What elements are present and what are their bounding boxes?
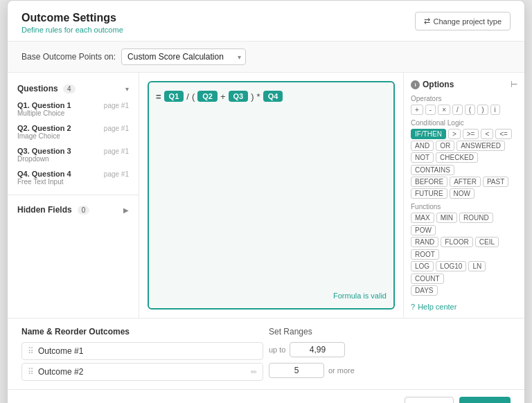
question-page: page #1 bbox=[104, 170, 129, 178]
fn-min[interactable]: MIN bbox=[436, 213, 457, 223]
help-text: Help center bbox=[418, 303, 456, 311]
tag-checked[interactable]: CHECKED bbox=[436, 152, 478, 163]
outcomes-header: Name & Reorder Outcomes bbox=[21, 327, 263, 337]
change-type-icon: ⇄ bbox=[424, 17, 430, 26]
modal-subtitle[interactable]: Define rules for each outcome bbox=[21, 26, 123, 34]
outcomes-grid: Name & Reorder Outcomes ⠿ Outcome #1 ⠿ O… bbox=[21, 327, 511, 384]
cancel-button[interactable]: Cancel bbox=[405, 397, 454, 403]
conditional-logic-label: Conditional Logic bbox=[411, 119, 517, 127]
formula-tag-q4[interactable]: Q4 bbox=[263, 91, 283, 102]
chevron-down-icon: ▾ bbox=[125, 85, 129, 93]
formula-op-div: / bbox=[186, 91, 189, 102]
tag-ifthen[interactable]: IF/THEN bbox=[411, 129, 446, 139]
change-type-label: Change project type bbox=[434, 17, 502, 26]
fn-root[interactable]: ROOT bbox=[411, 249, 439, 260]
hidden-fields-title: Hidden Fields bbox=[17, 205, 72, 215]
fn-max[interactable]: MAX bbox=[411, 213, 434, 223]
formula-box[interactable]: = Q1 / ( Q2 + Q3 ) * Q4 Formula is valid bbox=[148, 81, 395, 310]
help-icon: ? bbox=[411, 303, 415, 311]
outcomes-right: Set Ranges up to or more bbox=[269, 327, 511, 384]
outcome-name-2: Outcome #2 bbox=[38, 367, 247, 377]
hidden-fields-section[interactable]: Hidden Fields 0 ▶ bbox=[8, 201, 139, 219]
tag-lte[interactable]: <= bbox=[495, 129, 512, 139]
save-button[interactable]: SAVE bbox=[459, 397, 511, 403]
tag-answered[interactable]: ANSWERED bbox=[456, 141, 505, 151]
tag-gte[interactable]: >= bbox=[463, 129, 479, 139]
formula-tag-q1[interactable]: Q1 bbox=[164, 91, 184, 102]
op-plus[interactable]: + bbox=[411, 105, 423, 115]
fn-pow[interactable]: POW bbox=[411, 225, 436, 235]
list-item[interactable]: Q2. Question 2 page #1 Image Choice bbox=[8, 120, 139, 143]
tag-not[interactable]: NOT bbox=[411, 152, 434, 163]
op-open-paren[interactable]: ( bbox=[465, 105, 475, 115]
chevron-right-icon: ▶ bbox=[123, 206, 129, 214]
fn-round[interactable]: ROUND bbox=[459, 213, 493, 223]
op-minus[interactable]: - bbox=[425, 105, 436, 115]
formula-op-mul: * bbox=[257, 91, 260, 102]
question-id: Q3. Question 3 bbox=[17, 147, 71, 155]
questions-title-wrapper: Questions 4 bbox=[17, 84, 76, 93]
fn-count[interactable]: COUNT bbox=[411, 274, 444, 284]
question-id: Q4. Question 4 bbox=[17, 170, 71, 178]
formula-valid-text: Formula is valid bbox=[156, 286, 387, 300]
question-id: Q1. Question 1 bbox=[17, 101, 71, 109]
options-title-text: Options bbox=[423, 80, 454, 89]
drag-handle-icon[interactable]: ⠿ bbox=[28, 346, 34, 356]
modal-header: Outcome Settings Define rules for each o… bbox=[8, 1, 524, 42]
question-id: Q2. Question 2 bbox=[17, 124, 71, 132]
formula-op-close: ) bbox=[251, 91, 254, 102]
tag-future[interactable]: FUTURE bbox=[411, 188, 447, 199]
questions-count-badge: 4 bbox=[63, 84, 76, 93]
fn-rand[interactable]: RAND bbox=[411, 237, 438, 247]
op-divide[interactable]: / bbox=[452, 105, 463, 115]
range-input-1[interactable] bbox=[290, 342, 345, 357]
question-type: Free Text Input bbox=[17, 178, 129, 186]
help-center-link[interactable]: ? Help center bbox=[411, 303, 517, 311]
range-input-2[interactable] bbox=[269, 363, 324, 378]
formula-tag-q2[interactable]: Q2 bbox=[197, 91, 218, 102]
tag-and[interactable]: AND bbox=[411, 141, 434, 151]
list-item[interactable]: Q4. Question 4 page #1 Free Text Input bbox=[8, 166, 139, 189]
formula-line: = Q1 / ( Q2 + Q3 ) * Q4 bbox=[156, 91, 387, 102]
fn-days[interactable]: DAYS bbox=[411, 285, 438, 296]
list-item[interactable]: Q3. Question 3 page #1 Dropdown bbox=[8, 143, 139, 166]
range-upto-label: up to bbox=[269, 346, 285, 354]
fn-ln[interactable]: LN bbox=[468, 261, 486, 271]
tag-or[interactable]: OR bbox=[436, 141, 454, 151]
tag-now[interactable]: NOW bbox=[450, 188, 475, 199]
modal-title: Outcome Settings bbox=[21, 12, 123, 24]
export-icon[interactable]: ⊢ bbox=[511, 80, 517, 89]
range-row-1: up to bbox=[269, 342, 511, 357]
fn-log[interactable]: LOG bbox=[411, 261, 434, 271]
tag-lt[interactable]: < bbox=[481, 129, 493, 139]
op-close-paren[interactable]: ) bbox=[477, 105, 488, 115]
conditional-tags-row3: NOT CHECKED CONTAINS bbox=[411, 152, 517, 175]
op-info[interactable]: i bbox=[490, 105, 500, 115]
question-type: Multiple Choice bbox=[17, 109, 129, 117]
base-outcome-select[interactable]: Custom Score Calculation Point-based Per… bbox=[121, 48, 246, 65]
list-item[interactable]: Q1. Question 1 page #1 Multiple Choice bbox=[8, 98, 139, 120]
tag-after[interactable]: AFTER bbox=[450, 177, 481, 187]
change-project-type-button[interactable]: ⇄ Change project type bbox=[415, 12, 511, 30]
formula-tag-q3[interactable]: Q3 bbox=[229, 91, 249, 102]
fn-floor[interactable]: FLOOR bbox=[441, 237, 472, 247]
tag-gt[interactable]: > bbox=[448, 129, 461, 139]
fn-log10[interactable]: LOG10 bbox=[436, 261, 466, 271]
edit-icon[interactable]: ✏ bbox=[251, 368, 257, 377]
question-page: page #1 bbox=[104, 125, 129, 132]
tag-contains[interactable]: CONTAINS bbox=[411, 165, 454, 175]
conditional-tags-row: IF/THEN > >= < <= bbox=[411, 129, 517, 139]
fn-ceil[interactable]: CEIL bbox=[475, 237, 499, 247]
base-outcome-row: Base Outcome Points on: Custom Score Cal… bbox=[8, 42, 524, 73]
outcomes-section: Name & Reorder Outcomes ⠿ Outcome #1 ⠿ O… bbox=[8, 318, 524, 389]
outcome-name-1: Outcome #1 bbox=[38, 346, 257, 356]
op-multiply[interactable]: × bbox=[438, 105, 450, 115]
drag-handle-icon[interactable]: ⠿ bbox=[28, 367, 34, 377]
questions-section-header[interactable]: Questions 4 ▾ bbox=[8, 81, 139, 98]
tag-past[interactable]: PAST bbox=[483, 177, 508, 187]
functions-row4: DAYS bbox=[411, 285, 517, 296]
question-page: page #1 bbox=[104, 147, 129, 155]
formula-op-plus: + bbox=[220, 91, 226, 102]
functions-row3: LOG LOG10 LN COUNT bbox=[411, 261, 517, 284]
tag-before[interactable]: BEFORE bbox=[411, 177, 447, 187]
